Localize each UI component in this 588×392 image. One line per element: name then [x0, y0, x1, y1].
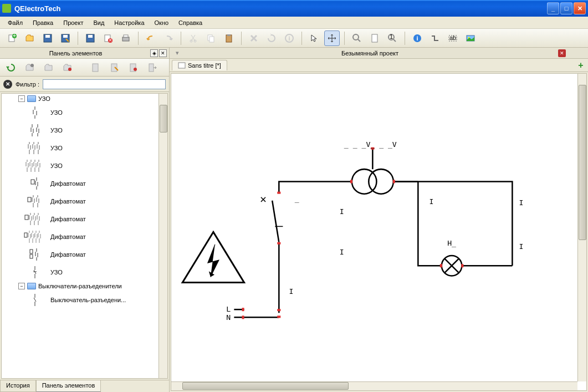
cut-button[interactable] [186, 30, 201, 46]
panel-toolbar [0, 59, 169, 77]
tree-item[interactable]: УЗО [2, 263, 167, 281]
menu-view[interactable]: Вид [89, 18, 109, 27]
panel-delete-folder-button[interactable] [60, 60, 75, 75]
tree-item[interactable]: Дифавтомат [2, 192, 167, 210]
svg-text:L: L [226, 305, 231, 313]
tree-item[interactable]: УЗО [2, 121, 167, 139]
svg-text:_: _ [295, 195, 299, 203]
menu-window[interactable]: Окно [150, 18, 173, 27]
close-button[interactable]: ✕ [574, 2, 586, 14]
minimize-button[interactable]: _ [547, 2, 559, 14]
panel-edit-element-button[interactable] [106, 60, 122, 75]
svg-point-22 [353, 34, 359, 40]
info-button[interactable]: i [282, 30, 297, 46]
image-button[interactable] [463, 30, 478, 46]
close-project-button[interactable]: × [100, 30, 116, 46]
tree-item[interactable]: Дифавтомат [2, 210, 167, 228]
print-button[interactable] [118, 30, 134, 46]
paste-button[interactable] [221, 30, 237, 46]
wire-button[interactable] [427, 30, 443, 46]
filter-clear-icon[interactable]: ✕ [3, 80, 12, 89]
panel-float-button[interactable]: ◈ [150, 49, 158, 57]
properties-button[interactable]: i [410, 30, 425, 46]
text-button[interactable]: ab [445, 30, 461, 46]
folder-icon [27, 95, 36, 102]
tree-item[interactable]: Выключатель-разъедени... [2, 291, 167, 309]
svg-rect-35 [111, 64, 117, 72]
tree-item[interactable]: Дифавтомат [2, 228, 167, 246]
svg-rect-45 [178, 63, 185, 68]
svg-text:I: I [519, 242, 524, 251]
panel-new-element-button[interactable] [88, 60, 103, 75]
tab-elements[interactable]: Панель элементов [36, 380, 101, 392]
undo-button[interactable] [143, 30, 158, 46]
open-button[interactable] [22, 30, 38, 46]
tree-scrollbar[interactable] [158, 94, 167, 378]
svg-rect-13 [124, 35, 128, 37]
panel-close-button[interactable]: ✕ [159, 49, 167, 57]
svg-rect-41 [25, 215, 28, 220]
vertical-scrollbar[interactable] [577, 74, 586, 381]
svg-text:1: 1 [390, 33, 393, 40]
svg-point-47 [369, 169, 393, 194]
tree-item[interactable]: Дифавтомат [2, 175, 167, 192]
svg-rect-51 [393, 180, 395, 183]
svg-point-32 [30, 64, 34, 67]
menu-settings[interactable]: Настройка [110, 18, 149, 27]
filter-label: Фильтр : [16, 81, 39, 88]
panel-delete-element-button[interactable] [125, 60, 141, 75]
maximize-button[interactable]: □ [560, 2, 572, 14]
zoom-fit-button[interactable]: 1 [385, 30, 400, 46]
tree-folder[interactable]: − УЗО [2, 94, 167, 104]
tree-item[interactable]: УЗО [2, 139, 167, 157]
elements-panel: Панель элементов ◈ ✕ ✕ Фильтр : − [0, 48, 170, 392]
save-project-button[interactable] [83, 30, 98, 46]
new-button[interactable]: + [4, 30, 20, 46]
menu-project[interactable]: Проект [59, 18, 88, 27]
tree-item[interactable]: УЗО [2, 157, 167, 175]
filter-input[interactable] [43, 79, 166, 89]
sheet-name: Sans titre [*] [188, 62, 221, 69]
delete-button[interactable] [246, 30, 262, 46]
project-tab[interactable]: Безымянный проект [182, 50, 558, 57]
svg-text:N: N [226, 313, 231, 322]
doc-menu-icon[interactable]: ▾ [173, 49, 182, 58]
menu-help[interactable]: Справка [174, 18, 207, 27]
svg-text:ab: ab [449, 34, 456, 41]
svg-text:i: i [288, 35, 290, 42]
rotate-button[interactable] [264, 30, 279, 46]
tree-folder[interactable]: − Выключатели-разъеденители [2, 281, 167, 291]
tree-item[interactable]: УЗО [2, 104, 167, 121]
panel-reload-button[interactable] [3, 60, 19, 75]
expand-icon[interactable]: − [18, 95, 25, 102]
svg-rect-12 [122, 37, 129, 41]
schematic-canvas[interactable]: _ _ _V_ _ _V H_ L N _ I I I I I I [171, 74, 586, 390]
menu-file[interactable]: Файл [3, 18, 27, 27]
zoom-button[interactable] [349, 30, 365, 46]
expand-icon[interactable]: − [18, 283, 25, 289]
close-tab-button[interactable]: ✕ [558, 49, 566, 57]
select-tool[interactable] [306, 30, 322, 46]
save-button[interactable] [40, 30, 55, 46]
svg-text:+: + [13, 33, 16, 39]
horizontal-scrollbar[interactable] [171, 381, 577, 390]
add-sheet-button[interactable]: + [576, 60, 586, 70]
redo-button[interactable] [161, 30, 176, 46]
panel-edit-folder-button[interactable] [41, 60, 57, 75]
sheet-tab[interactable]: Sans titre [*] [172, 60, 227, 70]
page-button[interactable] [367, 30, 382, 46]
tree-item[interactable]: Дифавтомат [2, 246, 167, 263]
save-as-button[interactable] [58, 30, 73, 46]
copy-button[interactable] [203, 30, 219, 46]
panel-import-button[interactable] [144, 60, 160, 75]
panel-title: Панель элементов [2, 50, 149, 57]
svg-rect-53 [461, 264, 463, 267]
menu-edit[interactable]: Правка [28, 18, 58, 27]
move-tool[interactable] [324, 30, 340, 46]
panel-new-folder-button[interactable] [22, 60, 38, 75]
tab-history[interactable]: История [0, 380, 36, 392]
svg-text:×: × [109, 37, 112, 43]
elements-tree[interactable]: − УЗО УЗО УЗО УЗО УЗО Дифавтомат Дифавто… [1, 93, 168, 379]
svg-rect-39 [31, 180, 34, 184]
svg-rect-59 [277, 315, 280, 318]
